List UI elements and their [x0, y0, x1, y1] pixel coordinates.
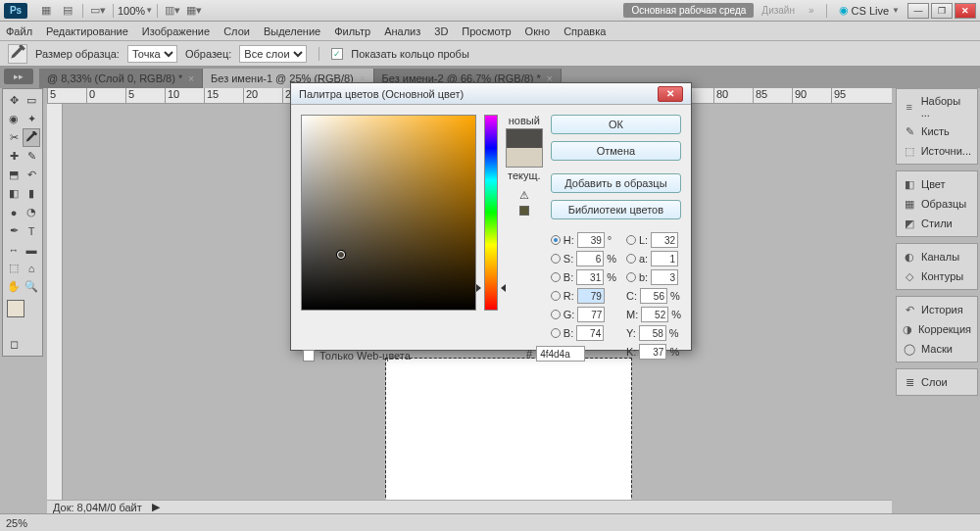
move-tool[interactable]: ✥ [5, 91, 23, 110]
radio-a[interactable] [626, 254, 636, 264]
dialog-titlebar[interactable]: Палитра цветов (Основной цвет) ✕ [291, 83, 691, 105]
panel-styles[interactable]: ◩Стили [897, 214, 977, 233]
maximize-button[interactable]: ❐ [931, 3, 953, 19]
history-brush-tool[interactable]: ↶ [23, 166, 40, 184]
b-input[interactable] [576, 325, 604, 341]
l-input[interactable] [651, 232, 678, 248]
extras-icon[interactable]: ▦▾ [185, 3, 203, 19]
panel-color[interactable]: ◧Цвет [897, 174, 977, 194]
hue-slider[interactable] [484, 115, 498, 311]
saturation-value-box[interactable] [301, 115, 476, 311]
lab-b-input[interactable] [651, 269, 678, 285]
radio-h[interactable] [551, 235, 561, 245]
radio-bv[interactable] [551, 272, 561, 282]
sv-cursor[interactable] [337, 251, 345, 259]
menu-edit[interactable]: Редактирование [46, 25, 128, 37]
panel-masks[interactable]: ◯Маски [897, 339, 977, 359]
workspace-more[interactable]: » [803, 3, 820, 18]
hex-input[interactable] [536, 346, 585, 362]
heal-tool[interactable]: ✚ [5, 147, 23, 166]
brush-tool[interactable]: ✎ [23, 147, 40, 166]
doc-tab-0[interactable]: @ 8,33% (Слой 0, RGB/8) *× [39, 69, 203, 88]
minibridge-icon[interactable]: ▤ [59, 3, 76, 19]
radio-s[interactable] [551, 254, 561, 264]
a-input[interactable] [651, 251, 678, 266]
quickmask-tool[interactable]: ◻ [5, 335, 24, 354]
radio-r[interactable] [551, 291, 561, 301]
eyedropper-tool[interactable] [23, 128, 40, 147]
hue-cursor[interactable] [480, 286, 502, 290]
bridge-icon[interactable]: ▦ [37, 3, 55, 19]
eyedropper-tool-icon[interactable] [8, 44, 27, 64]
close-tab-icon[interactable]: × [188, 73, 194, 84]
type-tool[interactable]: T [23, 221, 40, 240]
close-button[interactable]: ✕ [955, 3, 976, 19]
bv-input[interactable] [576, 269, 604, 285]
radio-l[interactable] [626, 235, 636, 245]
show-ring-checkbox[interactable]: ✓ [331, 48, 343, 60]
color-libs-button[interactable]: Библиотеки цветов [551, 200, 681, 219]
eraser-tool[interactable]: ◧ [5, 184, 23, 203]
ok-button[interactable]: ОК [551, 115, 681, 134]
menu-analysis[interactable]: Анализ [384, 25, 420, 37]
pen-tool[interactable]: ✒ [5, 221, 23, 240]
wand-tool[interactable]: ✦ [23, 110, 40, 128]
menu-file[interactable]: Файл [6, 25, 32, 37]
expand-panels-icon[interactable]: ▸▸ [4, 69, 33, 84]
cancel-button[interactable]: Отмена [551, 141, 681, 161]
menu-filter[interactable]: Фильтр [334, 25, 370, 37]
new-color-swatch[interactable] [507, 129, 542, 148]
c-input[interactable] [640, 288, 667, 304]
panel-swatches[interactable]: ▦Образцы [897, 194, 977, 214]
sample-from-select[interactable]: Все слои [239, 45, 307, 63]
shape-tool[interactable]: ▬ [23, 240, 40, 259]
menu-window[interactable]: Окно [525, 25, 551, 37]
document-canvas[interactable] [386, 359, 631, 500]
panel-channels[interactable]: ◐Каналы [897, 247, 977, 266]
crop-tool[interactable]: ✂ [5, 128, 23, 147]
zoom-value[interactable]: 100% [118, 5, 145, 17]
menu-layer[interactable]: Слои [223, 25, 250, 37]
sample-size-select[interactable]: Точка [127, 45, 177, 63]
dodge-tool[interactable]: ◔ [23, 203, 40, 221]
web-only-checkbox[interactable]: ✓ [303, 350, 315, 362]
3d-camera-tool[interactable]: ⌂ [23, 259, 40, 277]
k-input[interactable] [639, 344, 666, 360]
screen-mode-icon[interactable]: ▭▾ [89, 3, 107, 19]
menu-3d[interactable]: 3D [434, 25, 448, 37]
menu-select[interactable]: Выделение [264, 25, 320, 37]
g-input[interactable] [577, 307, 605, 322]
color-swatches[interactable] [5, 300, 40, 331]
y-input[interactable] [639, 325, 666, 341]
path-tool[interactable]: ↔ [5, 240, 23, 259]
ruler-vertical[interactable] [47, 104, 63, 513]
h-input[interactable] [577, 232, 605, 248]
workspace-design[interactable]: Дизайн [756, 3, 801, 18]
panel-history[interactable]: ↶История [897, 300, 977, 319]
minimize-button[interactable]: — [907, 3, 929, 19]
workspace-button[interactable]: Основная рабочая среда [623, 3, 754, 18]
3d-tool[interactable]: ⬚ [5, 259, 23, 277]
panel-brush[interactable]: ✎Кисть [897, 121, 977, 141]
panel-presets[interactable]: ≡Наборы ... [897, 92, 977, 121]
panel-clone-source[interactable]: ⬚Источни... [897, 141, 977, 161]
marquee-tool[interactable]: ▭ [23, 91, 40, 110]
add-swatch-button[interactable]: Добавить в образцы [551, 173, 681, 193]
hand-tool[interactable]: ✋ [5, 277, 23, 296]
panel-layers[interactable]: ≣Слои [897, 372, 977, 392]
radio-g[interactable] [551, 310, 561, 319]
status-zoom[interactable]: 25% [6, 517, 27, 529]
cslive-button[interactable]: ◉CS Live▼ [839, 4, 900, 17]
s-input[interactable] [576, 251, 604, 266]
current-color-swatch[interactable] [507, 148, 542, 167]
lasso-tool[interactable]: ◉ [5, 110, 23, 128]
gamut-warning-icon[interactable]: ⚠ [519, 189, 529, 202]
gamut-color-swatch[interactable] [519, 206, 529, 216]
stamp-tool[interactable]: ⬒ [5, 166, 23, 184]
arrange-icon[interactable]: ▥▾ [164, 3, 181, 19]
menu-image[interactable]: Изображение [142, 25, 210, 37]
panel-adjustments[interactable]: ◑Коррекция [897, 319, 977, 339]
radio-lab-b[interactable] [626, 272, 636, 282]
dialog-close-button[interactable]: ✕ [658, 86, 683, 102]
blur-tool[interactable]: ● [5, 203, 23, 221]
